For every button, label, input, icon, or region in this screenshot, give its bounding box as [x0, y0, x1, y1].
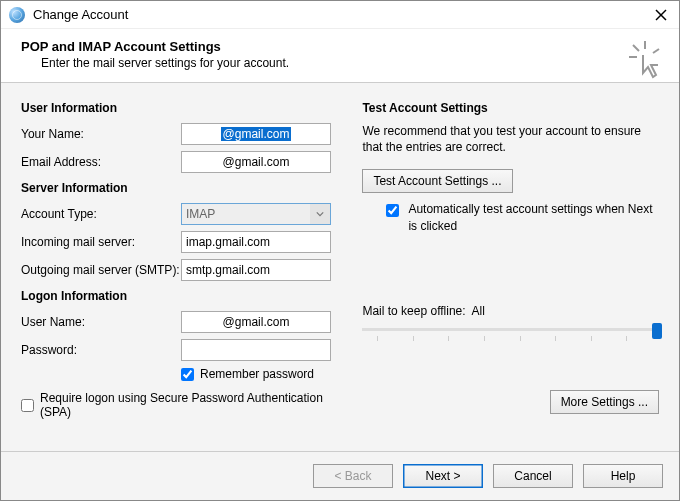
spa-box[interactable] [21, 399, 34, 412]
username-row: User Name: [21, 311, 332, 333]
auto-test-checkbox[interactable] [386, 204, 399, 217]
spa-checkbox[interactable]: Require logon using Secure Password Auth… [21, 391, 332, 419]
mail-keep-section: Mail to keep offline: All [362, 304, 659, 350]
account-type-label: Account Type: [21, 207, 181, 221]
password-row: Password: [21, 339, 332, 361]
username-label: User Name: [21, 315, 181, 329]
window-title: Change Account [33, 7, 651, 22]
incoming-label: Incoming mail server: [21, 235, 181, 249]
help-button[interactable]: Help [583, 464, 663, 488]
cursor-star-icon [625, 39, 665, 79]
right-column: Test Account Settings We recommend that … [362, 101, 659, 441]
outgoing-row: Outgoing mail server (SMTP): [21, 259, 332, 281]
header-title: POP and IMAP Account Settings [21, 39, 659, 54]
next-button[interactable]: Next > [403, 464, 483, 488]
svg-line-5 [633, 45, 639, 51]
incoming-row: Incoming mail server: [21, 231, 332, 253]
globe-icon [9, 7, 25, 23]
email-input[interactable] [181, 151, 331, 173]
spa-label: Require logon using Secure Password Auth… [40, 391, 332, 419]
body: User Information Your Name: @gmail.com E… [1, 83, 679, 451]
password-input[interactable] [181, 339, 331, 361]
outgoing-input[interactable] [181, 259, 331, 281]
account-type-row: Account Type: [21, 203, 332, 225]
remember-password-box[interactable] [181, 368, 194, 381]
your-name-row: Your Name: @gmail.com [21, 123, 332, 145]
slider-thumb[interactable] [652, 323, 662, 339]
close-icon [655, 9, 667, 21]
test-description: We recommend that you test your account … [362, 123, 659, 155]
mail-keep-slider[interactable] [362, 324, 659, 350]
user-info-heading: User Information [21, 101, 332, 115]
remember-password-checkbox[interactable]: Remember password [181, 367, 332, 381]
svg-line-4 [653, 49, 659, 53]
logon-heading: Logon Information [21, 289, 332, 303]
incoming-input[interactable] [181, 231, 331, 253]
header-subtitle: Enter the mail server settings for your … [41, 56, 659, 70]
password-label: Password: [21, 343, 181, 357]
your-name-input[interactable]: @gmail.com [181, 123, 331, 145]
email-row: Email Address: [21, 151, 332, 173]
server-info-heading: Server Information [21, 181, 332, 195]
account-type-select[interactable] [181, 203, 331, 225]
remember-password-label: Remember password [200, 367, 314, 381]
change-account-dialog: Change Account POP and IMAP Account Sett… [0, 0, 680, 501]
auto-test-label: Automatically test account settings when… [408, 201, 659, 233]
slider-track [362, 328, 659, 331]
email-label: Email Address: [21, 155, 181, 169]
outgoing-label: Outgoing mail server (SMTP): [21, 263, 181, 277]
header: POP and IMAP Account Settings Enter the … [1, 29, 679, 83]
chevron-down-icon [310, 204, 330, 224]
test-account-button[interactable]: Test Account Settings ... [362, 169, 512, 193]
titlebar: Change Account [1, 1, 679, 29]
mail-keep-label: Mail to keep offline: All [362, 304, 659, 318]
footer: < Back Next > Cancel Help [1, 451, 679, 500]
your-name-label: Your Name: [21, 127, 181, 141]
account-type-value [181, 203, 331, 225]
test-heading: Test Account Settings [362, 101, 659, 115]
cancel-button[interactable]: Cancel [493, 464, 573, 488]
username-input[interactable] [181, 311, 331, 333]
left-column: User Information Your Name: @gmail.com E… [21, 101, 332, 441]
back-button: < Back [313, 464, 393, 488]
more-settings-button[interactable]: More Settings ... [550, 390, 659, 414]
close-button[interactable] [651, 5, 671, 25]
